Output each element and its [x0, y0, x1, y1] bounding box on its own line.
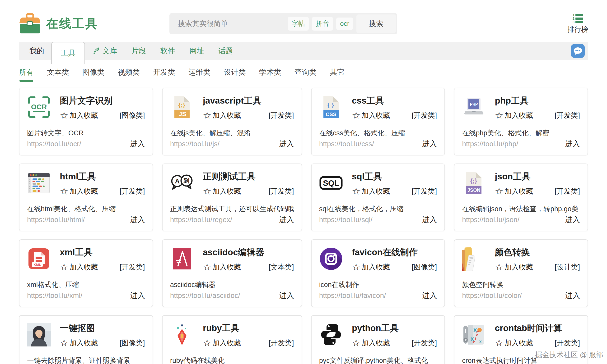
category-开发类[interactable]: 开发类: [153, 67, 175, 82]
star-icon: [60, 338, 68, 348]
favorite-button[interactable]: 加入收藏: [495, 186, 533, 196]
chat-button[interactable]: [571, 44, 585, 58]
enter-link[interactable]: 进入: [422, 139, 437, 149]
svg-text:CSS: CSS: [326, 111, 336, 117]
enter-link[interactable]: 进入: [565, 290, 580, 300]
favorite-button[interactable]: 加入收藏: [495, 338, 533, 348]
tool-card-8: {;}JSON json工具 加入收藏 [开发类] 在线编辑json，语法检查，…: [454, 164, 588, 231]
enter-link[interactable]: 进入: [279, 215, 294, 225]
favorite-button[interactable]: 加入收藏: [352, 262, 390, 272]
card-category-tag[interactable]: [设计类]: [554, 262, 580, 272]
card-category-tag[interactable]: [开发类]: [120, 186, 145, 196]
card-title[interactable]: json工具: [495, 171, 580, 182]
card-title[interactable]: javascript工具: [203, 96, 294, 106]
xml-doc-icon: XML: [27, 247, 51, 271]
category-设计类[interactable]: 设计类: [224, 67, 246, 82]
card-title[interactable]: python工具: [352, 323, 437, 333]
enter-link[interactable]: 进入: [130, 290, 145, 300]
card-head: ruby工具 加入收藏 [开发类]: [170, 323, 294, 348]
card-title[interactable]: ruby工具: [203, 323, 294, 333]
card-head: { }CSS css工具 加入收藏 [开发类]: [319, 95, 437, 120]
category-文本类[interactable]: 文本类: [47, 67, 69, 82]
category-其它[interactable]: 其它: [330, 67, 345, 82]
card-title[interactable]: 图片文字识别: [60, 96, 145, 106]
card-title[interactable]: crontab时间计算: [495, 323, 580, 333]
enter-link[interactable]: 进入: [130, 215, 145, 225]
card-title[interactable]: xml工具: [60, 247, 145, 258]
star-icon: [495, 111, 503, 120]
card-category-tag[interactable]: [开发类]: [269, 111, 294, 120]
category-图像类[interactable]: 图像类: [82, 67, 104, 82]
card-title[interactable]: 一键抠图: [60, 323, 145, 333]
card-category-tag[interactable]: [开发类]: [554, 186, 580, 196]
tab-网址[interactable]: 网址: [182, 42, 211, 60]
card-category-tag[interactable]: [图像类]: [120, 338, 145, 348]
enter-link[interactable]: 进入: [130, 139, 145, 149]
tab-话题[interactable]: 话题: [211, 42, 240, 60]
asciidoc-logo-icon: [170, 247, 194, 271]
card-title[interactable]: asciidoc编辑器: [203, 247, 294, 258]
favorite-button[interactable]: 加入收藏: [60, 262, 98, 272]
favorite-button[interactable]: 加入收藏: [203, 186, 241, 196]
ranking-link[interactable]: 123 排行榜: [567, 13, 588, 34]
card-category-tag[interactable]: [开发类]: [412, 186, 437, 196]
card-category-tag[interactable]: [开发类]: [554, 338, 580, 348]
category-所有[interactable]: 所有: [19, 67, 34, 82]
favorite-button[interactable]: 加入收藏: [495, 111, 533, 120]
favorite-button[interactable]: 加入收藏: [203, 338, 241, 348]
card-description: 一键去除照片背景、证件照换背景: [27, 356, 145, 364]
tab-片段[interactable]: 片段: [124, 42, 153, 60]
card-category-tag[interactable]: [开发类]: [120, 262, 145, 272]
enter-link[interactable]: 进入: [422, 215, 437, 225]
enter-link[interactable]: 进入: [279, 290, 294, 300]
search-input[interactable]: [178, 19, 288, 28]
favorite-button[interactable]: 加入收藏: [203, 262, 241, 272]
card-category-tag[interactable]: [开发类]: [412, 111, 437, 120]
category-视频类[interactable]: 视频类: [118, 67, 140, 82]
card-title[interactable]: css工具: [352, 96, 437, 106]
card-title[interactable]: 正则测试工具: [203, 171, 294, 182]
favorite-button[interactable]: 加入收藏: [352, 338, 390, 348]
card-category-tag[interactable]: [开发类]: [412, 338, 437, 348]
tab-工具[interactable]: 工具: [51, 42, 85, 64]
favorite-button[interactable]: 加入收藏: [352, 186, 390, 196]
enter-link[interactable]: 进入: [565, 215, 580, 225]
favorite-button[interactable]: 加入收藏: [352, 111, 390, 120]
card-url: https://tool.lu/regex/: [170, 216, 279, 224]
card-title[interactable]: sql工具: [352, 171, 437, 182]
card-category-tag[interactable]: [开发类]: [554, 111, 580, 120]
favorite-button[interactable]: 加入收藏: [203, 111, 241, 120]
site-logo[interactable]: 在线工具: [19, 13, 98, 35]
card-category-tag[interactable]: [图像类]: [412, 262, 437, 272]
card-category-tag[interactable]: [开发类]: [269, 186, 294, 196]
card-category-tag[interactable]: [图像类]: [120, 111, 145, 120]
enter-link[interactable]: 进入: [279, 139, 294, 149]
favorite-button[interactable]: 加入收藏: [495, 262, 533, 272]
card-category-tag[interactable]: [文本类]: [269, 262, 294, 272]
category-查询类[interactable]: 查询类: [294, 67, 317, 82]
card-title[interactable]: php工具: [495, 96, 580, 106]
favorite-button[interactable]: 加入收藏: [60, 338, 98, 348]
enter-link[interactable]: 进入: [422, 290, 437, 300]
card-category-tag[interactable]: [开发类]: [269, 338, 294, 348]
search-tag-拼音[interactable]: 拼音: [312, 17, 333, 31]
search-tag-字帖[interactable]: 字帖: [288, 17, 309, 31]
tab-我的[interactable]: 我的: [22, 42, 51, 60]
category-运维类[interactable]: 运维类: [188, 67, 210, 82]
card-title[interactable]: favicon在线制作: [352, 247, 437, 258]
search-tag-ocr[interactable]: ocr: [336, 17, 353, 30]
enter-link[interactable]: 进入: [565, 139, 580, 149]
favorite-button[interactable]: 加入收藏: [60, 186, 98, 196]
color-swatches-icon: [462, 247, 486, 271]
header: 在线工具 字帖拼音ocr 搜索 123 排行榜: [0, 0, 607, 35]
tab-软件[interactable]: 软件: [153, 42, 182, 60]
card-description: xml格式化、压缩: [27, 280, 145, 290]
card-title[interactable]: 颜色转换: [495, 247, 580, 258]
category-label: 设计类: [224, 68, 246, 76]
favorite-button[interactable]: 加入收藏: [60, 111, 98, 120]
category-学术类[interactable]: 学术类: [259, 67, 281, 82]
card-head-right: favicon在线制作 加入收藏 [图像类]: [352, 247, 437, 272]
card-title[interactable]: html工具: [60, 171, 145, 182]
tab-文库[interactable]: 文库: [85, 42, 124, 60]
search-button[interactable]: 搜索: [357, 14, 396, 33]
